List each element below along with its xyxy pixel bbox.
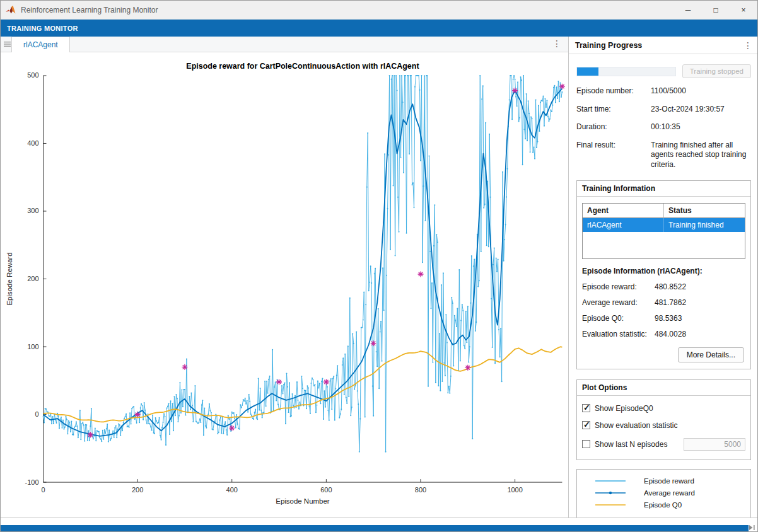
info-row-episode-number: Episode number: 1100/5000 bbox=[576, 86, 751, 96]
svg-text:800: 800 bbox=[415, 486, 426, 494]
stat-label: Average reward: bbox=[582, 298, 655, 307]
stat-label: Episode reward: bbox=[582, 282, 655, 291]
info-label: Final result: bbox=[576, 141, 651, 170]
table-empty-space bbox=[583, 232, 745, 258]
tab-label: rlACAgent bbox=[23, 40, 58, 49]
svg-text:-100: -100 bbox=[25, 478, 39, 486]
checkbox-label: Show evaluation statistic bbox=[595, 421, 677, 430]
info-value: 00:10:35 bbox=[651, 122, 751, 132]
panel-expand-icon[interactable] bbox=[749, 524, 755, 531]
toolstrip: TRAINING MONITOR bbox=[1, 20, 757, 37]
svg-text:400: 400 bbox=[226, 486, 238, 494]
status-strip bbox=[1, 525, 749, 531]
svg-text:300: 300 bbox=[27, 207, 38, 214]
svg-text:Episode Reward: Episode Reward bbox=[6, 252, 13, 305]
progress-fill bbox=[577, 67, 598, 76]
table-header-row: Agent Status bbox=[583, 204, 745, 218]
info-row-start-time: Start time: 23-Oct-2024 19:30:57 bbox=[576, 105, 751, 115]
table-row[interactable]: rlACAgent Training finished bbox=[583, 218, 745, 232]
show-last-n-episodes-checkbox[interactable] bbox=[582, 440, 590, 448]
svg-text:1000: 1000 bbox=[507, 486, 522, 494]
show-evaluation-statistic-checkbox[interactable] bbox=[582, 421, 590, 429]
chart-panel: rlACAgent ⋮ Episode reward for CartPoleC… bbox=[1, 37, 568, 518]
plot-options-group: Plot Options Show EpisodeQ0 Show evaluat… bbox=[576, 379, 751, 460]
stat-row-evaluation-statistic: Evaluation statistic: 484.0028 bbox=[577, 330, 750, 338]
svg-text:200: 200 bbox=[27, 275, 38, 282]
window-controls: ─ □ × bbox=[674, 1, 757, 19]
stat-value: 481.7862 bbox=[655, 298, 686, 307]
group-title: Training Information bbox=[577, 181, 750, 197]
option-show-episode-q0[interactable]: Show EpisodeQ0 bbox=[577, 404, 750, 413]
tab-rlacagent[interactable]: rlACAgent bbox=[11, 37, 70, 52]
progress-row: Training stopped bbox=[576, 64, 751, 78]
training-progress-header: Training Progress ⋮ bbox=[569, 37, 758, 54]
stat-value: 98.5363 bbox=[655, 314, 682, 323]
table-header-status: Status bbox=[664, 204, 745, 218]
svg-text:600: 600 bbox=[320, 486, 332, 494]
info-row-duration: Duration: 00:10:35 bbox=[576, 122, 751, 132]
agent-status-table: Agent Status rlACAgent Training finished bbox=[582, 203, 745, 259]
maximize-button[interactable]: □ bbox=[702, 1, 730, 19]
episode-information-title: Episode Information (rlACAgent): bbox=[577, 259, 750, 275]
svg-text:100: 100 bbox=[27, 343, 38, 350]
close-button[interactable]: × bbox=[730, 1, 757, 19]
legend-entry-average-reward: Average reward bbox=[577, 487, 750, 499]
window-title: Reinforcement Learning Training Monitor bbox=[21, 6, 158, 14]
training-stopped-button[interactable]: Training stopped bbox=[682, 64, 751, 78]
legend-entry-episode-q0: Episode Q0 bbox=[577, 499, 750, 511]
option-show-last-n-episodes[interactable]: Show last N episodes bbox=[577, 438, 750, 451]
svg-text:Episode Number: Episode Number bbox=[276, 497, 330, 505]
training-progress-panel: Training Progress ⋮ Training stopped Epi… bbox=[568, 37, 758, 518]
episode-reward-line-sample bbox=[577, 477, 644, 485]
matlab-logo-icon bbox=[6, 5, 16, 14]
checkbox-label: Show last N episodes bbox=[595, 440, 667, 449]
main-area: rlACAgent ⋮ Episode reward for CartPoleC… bbox=[1, 37, 758, 518]
table-cell-agent: rlACAgent bbox=[583, 218, 664, 232]
svg-text:0: 0 bbox=[41, 486, 45, 494]
group-title: Plot Options bbox=[577, 380, 750, 396]
stat-label: Evaluation statistic: bbox=[582, 330, 655, 338]
chart-legend: Episode reward Average reward Episode Q0… bbox=[576, 469, 751, 518]
option-show-evaluation-statistic[interactable]: Show evaluation statistic bbox=[577, 421, 750, 430]
svg-text:Episode reward for CartPoleCon: Episode reward for CartPoleContinuousAct… bbox=[186, 62, 419, 71]
more-details-button[interactable]: More Details... bbox=[678, 347, 744, 362]
document-tab-bar: rlACAgent ⋮ bbox=[1, 37, 568, 52]
info-label: Episode number: bbox=[576, 86, 651, 96]
table-cell-status: Training finished bbox=[664, 218, 745, 232]
toolstrip-tab-training-monitor[interactable]: TRAINING MONITOR bbox=[7, 25, 78, 32]
stat-value: 484.0028 bbox=[655, 330, 686, 338]
app-window: Reinforcement Learning Training Monitor … bbox=[0, 0, 758, 532]
show-episode-q0-checkbox[interactable] bbox=[582, 404, 590, 412]
checkbox-label: Show EpisodeQ0 bbox=[595, 404, 653, 413]
last-n-episodes-input[interactable] bbox=[684, 438, 745, 451]
info-value: 1100/5000 bbox=[651, 86, 751, 96]
svg-text:500: 500 bbox=[27, 71, 38, 79]
info-row-final-result: Final result: Training finished after al… bbox=[576, 141, 751, 170]
panel-menu-icon[interactable]: ⋮ bbox=[743, 40, 752, 50]
minimize-button[interactable]: ─ bbox=[674, 1, 702, 19]
info-value: 23-Oct-2024 19:30:57 bbox=[651, 105, 751, 115]
svg-text:400: 400 bbox=[27, 139, 38, 147]
episode-q0-line-sample bbox=[577, 500, 644, 509]
info-label: Duration: bbox=[576, 122, 651, 132]
chart-panel-menu-icon[interactable]: ⋮ bbox=[552, 38, 561, 49]
info-value: Training finished after all agents reach… bbox=[651, 141, 751, 170]
legend-label: Average reward bbox=[644, 489, 695, 497]
progress-bar bbox=[576, 67, 676, 76]
episode-reward-chart: Episode reward for CartPoleContinuousAct… bbox=[1, 52, 568, 518]
stat-row-episode-reward: Episode reward: 480.8522 bbox=[577, 282, 750, 291]
stat-row-episode-q0: Episode Q0: 98.5363 bbox=[577, 314, 750, 323]
training-information-group: Training Information Agent Status rlACAg… bbox=[576, 180, 751, 369]
info-label: Start time: bbox=[576, 105, 651, 115]
chart-area: Episode reward for CartPoleContinuousAct… bbox=[1, 52, 568, 518]
titlebar: Reinforcement Learning Training Monitor … bbox=[1, 1, 757, 20]
legend-entry-evaluation-statistic: Evaluation statistic bbox=[577, 517, 750, 518]
legend-label: Episode Q0 bbox=[644, 501, 682, 509]
legend-label: Episode reward bbox=[644, 477, 694, 485]
stat-label: Episode Q0: bbox=[582, 314, 655, 323]
table-header-agent: Agent bbox=[583, 204, 664, 218]
stat-row-average-reward: Average reward: 481.7862 bbox=[577, 298, 750, 307]
panel-title: Training Progress bbox=[575, 41, 642, 50]
tab-grip-icon[interactable] bbox=[4, 41, 11, 47]
stat-value: 480.8522 bbox=[655, 282, 686, 291]
